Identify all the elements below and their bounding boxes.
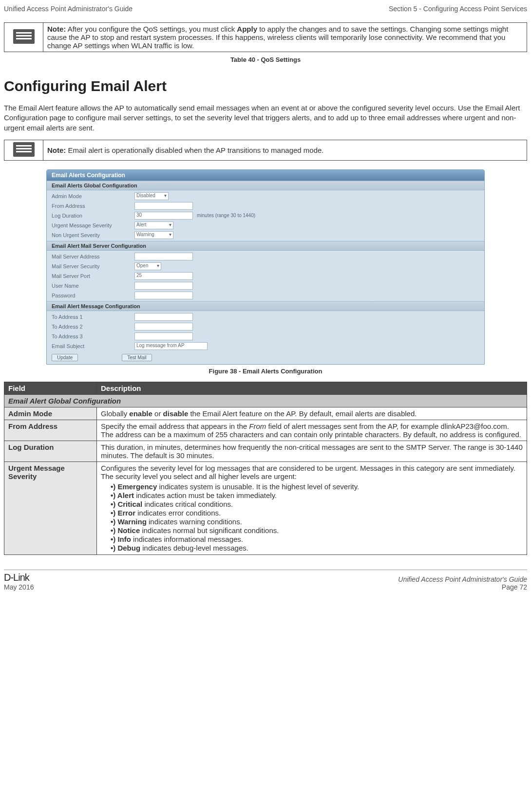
label-admin-mode: Admin Mode [52, 193, 134, 199]
note-part-a: After you configure the QoS settings, yo… [66, 25, 237, 33]
email-alerts-screenshot: Email Alerts Configuration Email Alerts … [46, 169, 485, 365]
text: the Email Alert feature on the AP. By de… [188, 409, 417, 418]
row-mailserver-address: Mail Server Address [52, 252, 479, 261]
header-right: Section 5 - Configuring Access Point Ser… [389, 5, 527, 13]
input-from-address[interactable] [134, 202, 193, 210]
ss-section-message: Email Alert Message Configuration [47, 301, 484, 311]
note-text: Note: Email alert is operationally disab… [43, 140, 527, 160]
notepad-icon [13, 142, 35, 157]
footer-date: May 2016 [4, 583, 34, 591]
notepad-icon [13, 29, 35, 44]
intro-paragraph: The Email Alert feature allows the AP to… [4, 103, 527, 133]
text: indicates critical conditions. [142, 500, 233, 508]
row-username: User Name [52, 281, 479, 291]
select-urgent-severity[interactable]: Alert [134, 221, 173, 229]
text: Specify the email address that appears i… [101, 422, 249, 430]
label-nonurgent-severity: Non Urgent Severity [52, 232, 134, 238]
input-log-duration[interactable]: 30 [134, 212, 193, 220]
row-log-duration: Log Duration 30 minutes (range 30 to 144… [52, 211, 479, 221]
note-box-qos: Note: After you configure the QoS settin… [4, 22, 527, 52]
input-mailserver-port[interactable]: 25 [134, 272, 193, 280]
field-from-address: From Address [4, 420, 97, 441]
input-to-address-3[interactable] [134, 332, 193, 340]
text: indicates warning conditions. [147, 517, 242, 526]
select-mailserver-security[interactable]: Open [134, 262, 161, 270]
row-to-address-2: To Address 2 [52, 322, 479, 332]
hint-log-duration: minutes (range 30 to 1440) [197, 213, 255, 218]
note-body: Email alert is operationally disabled wh… [66, 146, 323, 154]
row-to-address-3: To Address 3 [52, 332, 479, 341]
desc-urgent-message-severity: Configures the severity level for log me… [97, 461, 527, 554]
severity-list: Emergency indicates system is unusable. … [101, 482, 523, 552]
label-password: Password [52, 293, 134, 298]
input-password[interactable] [134, 292, 193, 299]
field-admin-mode: Admin Mode [4, 407, 97, 420]
update-button[interactable]: Update [52, 354, 78, 361]
label-username: User Name [52, 283, 134, 289]
note-prefix: Note: [47, 146, 66, 154]
label-mailserver-address: Mail Server Address [52, 254, 134, 259]
text: indicates informational messages. [131, 535, 243, 543]
text: indicates error conditions. [135, 509, 221, 517]
bold: Debug [117, 544, 140, 552]
input-username[interactable] [134, 282, 193, 290]
footer-title: Unified Access Point Administrator's Gui… [398, 575, 527, 583]
footer-page: Page 72 [398, 583, 527, 591]
label-email-subject: Email Subject [52, 343, 134, 349]
text: Configures the severity level for log me… [101, 464, 515, 480]
bold: Notice [117, 526, 140, 535]
row-password: Password [52, 291, 479, 300]
col-header-description: Description [97, 382, 527, 394]
list-item: Error indicates error conditions. [111, 509, 523, 517]
text: indicates normal but significant conditi… [140, 526, 279, 535]
bold: Warning [117, 517, 146, 526]
table-40-caption: Table 40 - QoS Settings [4, 56, 527, 63]
label-log-duration: Log Duration [52, 213, 134, 219]
note-icon-cell [4, 140, 43, 160]
text: indicates system is unusable. It is the … [157, 482, 359, 491]
bold: Error [117, 509, 135, 517]
input-mailserver-address[interactable] [134, 253, 193, 260]
desc-log-duration: This duration, in minutes, determines ho… [97, 441, 527, 461]
page-header: Unified Access Point Administrator's Gui… [4, 5, 527, 13]
row-mailserver-port: Mail Server Port 25 [52, 271, 479, 281]
header-left: Unified Access Point Administrator's Gui… [4, 5, 133, 13]
label-mailserver-security: Mail Server Security [52, 263, 134, 269]
test-mail-button[interactable]: Test Mail [122, 354, 152, 361]
desc-admin-mode: Globally enable or disable the Email Ale… [97, 407, 527, 420]
note-box-email: Note: Email alert is operationally disab… [4, 140, 527, 161]
list-item: Info indicates informational messages. [111, 535, 523, 543]
ss-title-bar: Email Alerts Configuration [47, 170, 484, 181]
label-to-address-1: To Address 1 [52, 314, 134, 320]
label-from-address: From Address [52, 203, 134, 209]
select-nonurgent-severity[interactable]: Warning [134, 231, 173, 239]
table-section-header: Email Alert Global Configuration [4, 394, 527, 407]
bold: Alert [117, 491, 134, 499]
text: or [152, 409, 163, 418]
desc-from-address: Specify the email address that appears i… [97, 420, 527, 441]
text: Globally [101, 409, 129, 418]
bold-disable: disable [163, 409, 189, 418]
select-admin-mode[interactable]: Disabled [134, 192, 169, 200]
list-item: Warning indicates warning conditions. [111, 517, 523, 526]
row-nonurgent-severity: Non Urgent Severity Warning [52, 230, 479, 240]
footer-right: Unified Access Point Administrator's Gui… [398, 575, 527, 591]
list-item: Emergency indicates system is unusable. … [111, 482, 523, 491]
input-to-address-2[interactable] [134, 323, 193, 331]
note-apply-bold: Apply [237, 25, 257, 33]
input-to-address-1[interactable] [134, 313, 193, 321]
row-admin-mode: Admin Mode Disabled [52, 191, 479, 201]
row-email-subject: Email Subject Log message from AP [52, 341, 479, 351]
note-text: Note: After you configure the QoS settin… [43, 23, 527, 52]
input-email-subject[interactable]: Log message from AP [134, 342, 208, 350]
bold: Emergency [117, 482, 157, 491]
list-item: Alert indicates action must be taken imm… [111, 491, 523, 499]
footer-left: D-Link May 2016 [4, 572, 34, 591]
field-urgent-message-severity: Urgent Message Severity [4, 461, 97, 554]
bold: Info [117, 535, 131, 543]
text: indicates debug-level messages. [140, 544, 248, 552]
field-log-duration: Log Duration [4, 441, 97, 461]
label-mailserver-port: Mail Server Port [52, 273, 134, 279]
bold: Critical [117, 500, 142, 508]
list-item: Notice indicates normal but significant … [111, 526, 523, 535]
